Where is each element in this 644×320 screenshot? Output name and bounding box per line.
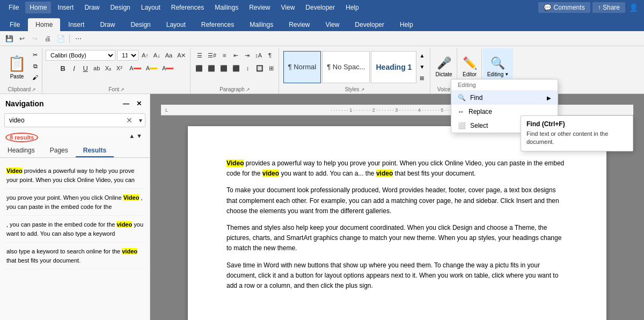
tab-file[interactable]: File bbox=[2, 18, 27, 31]
menu-developer[interactable]: Developer bbox=[301, 2, 339, 13]
style-heading1[interactable]: Heading 1 bbox=[371, 51, 416, 83]
menu-review[interactable]: Review bbox=[245, 2, 274, 13]
font-case-btn[interactable]: Aa bbox=[164, 50, 174, 61]
multilevel-btn[interactable]: ≡ bbox=[219, 50, 229, 61]
align-center-btn[interactable]: ⬛ bbox=[206, 63, 217, 74]
font-size-select[interactable]: 11 bbox=[117, 50, 138, 61]
nav-search-input[interactable] bbox=[4, 113, 145, 127]
dictate-label: Dictate bbox=[436, 71, 452, 77]
align-left-btn[interactable]: ⬛ bbox=[194, 63, 204, 74]
font-shrink-btn[interactable]: A↓ bbox=[152, 50, 162, 61]
dictate-button[interactable]: 🎤 Dictate bbox=[434, 52, 455, 82]
format-painter-button[interactable]: 🖌 bbox=[31, 72, 40, 83]
clipboard-label: Clipboard ↗ bbox=[8, 85, 36, 93]
editor-button[interactable]: ✏️ Editor bbox=[460, 52, 479, 82]
borders-btn[interactable]: ⊞ bbox=[267, 63, 276, 74]
menu-design[interactable]: Design bbox=[106, 2, 134, 13]
menu-home[interactable]: Home bbox=[25, 2, 51, 13]
nav-result-1[interactable]: Video provides a powerful way to help yo… bbox=[4, 162, 145, 189]
nav-result-2[interactable]: you prove your point. When you click Onl… bbox=[4, 189, 145, 216]
styles-expand-icon[interactable]: ↗ bbox=[361, 87, 365, 92]
font-clear-btn[interactable]: A✕ bbox=[175, 50, 187, 61]
find-menu-item[interactable]: 🔍 Find ▶ bbox=[451, 91, 558, 105]
nav-result-3[interactable]: , you can paste in the embed code for th… bbox=[4, 216, 145, 243]
user-icon[interactable]: 👤 bbox=[627, 2, 640, 13]
cut-button[interactable]: ✂ bbox=[31, 49, 40, 60]
font-expand-icon[interactable]: ↗ bbox=[120, 87, 125, 92]
tab-layout[interactable]: Layout bbox=[159, 18, 193, 31]
font-group: Calibri (Body) 11 A↑ A↓ Aa A✕ B I U ab X… bbox=[43, 48, 191, 93]
menu-insert[interactable]: Insert bbox=[53, 2, 78, 13]
show-marks-btn[interactable]: ¶ bbox=[265, 50, 275, 61]
sort-btn[interactable]: ↕A bbox=[253, 50, 264, 61]
menu-help[interactable]: Help bbox=[341, 2, 363, 13]
numbering-btn[interactable]: ☰# bbox=[206, 50, 218, 61]
styles-more-btn[interactable]: ⊞ bbox=[418, 73, 426, 84]
menu-mailings[interactable]: Mailings bbox=[210, 2, 243, 13]
font-grow-btn[interactable]: A↑ bbox=[140, 50, 150, 61]
tab-insert[interactable]: Insert bbox=[61, 18, 92, 31]
bold-button[interactable]: B bbox=[58, 63, 68, 74]
tab-developer[interactable]: Developer bbox=[347, 18, 392, 31]
menu-references[interactable]: References bbox=[167, 2, 208, 13]
paste-button[interactable]: 📋 Paste bbox=[4, 49, 30, 84]
strikethrough-button[interactable]: ab bbox=[92, 63, 101, 74]
bullets-btn[interactable]: ☰ bbox=[195, 50, 204, 61]
nav-close-btn[interactable]: ✕ bbox=[134, 98, 144, 109]
shading-btn[interactable]: 🔲 bbox=[254, 63, 265, 74]
tab-view[interactable]: View bbox=[318, 18, 347, 31]
nav-tab-pages[interactable]: Pages bbox=[42, 144, 76, 157]
document-page[interactable]: Video provides a powerful way to help yo… bbox=[188, 126, 606, 320]
font-family-select[interactable]: Calibri (Body) bbox=[46, 50, 115, 61]
nav-collapse-btn[interactable]: — bbox=[121, 98, 131, 109]
tab-home[interactable]: Home bbox=[28, 18, 60, 31]
menu-layout[interactable]: Layout bbox=[137, 2, 165, 13]
nav-search-dropdown-btn[interactable]: ▼ bbox=[138, 118, 143, 123]
share-button[interactable]: ↑ Share bbox=[592, 2, 625, 13]
tab-review[interactable]: Review bbox=[281, 18, 317, 31]
clipboard-expand-icon[interactable]: ↗ bbox=[32, 87, 36, 92]
justify-btn[interactable]: ⬛ bbox=[231, 63, 241, 74]
nav-tab-headings[interactable]: Headings bbox=[0, 144, 42, 157]
nav-tab-results[interactable]: Results bbox=[76, 144, 114, 157]
nav-search-clear-btn[interactable]: ✕ bbox=[126, 116, 133, 125]
paragraph-expand-icon[interactable]: ↗ bbox=[246, 87, 250, 92]
styles-up-btn[interactable]: ▲ bbox=[418, 50, 426, 61]
style-no-spacing[interactable]: ¶ No Spac... bbox=[322, 51, 370, 83]
tab-draw[interactable]: Draw bbox=[92, 18, 122, 31]
decrease-indent-btn[interactable]: ⇤ bbox=[231, 50, 240, 61]
qa-extra-btn[interactable]: ⋯ bbox=[72, 33, 84, 45]
italic-button[interactable]: I bbox=[69, 63, 79, 74]
copy-button[interactable]: ⧉ bbox=[31, 61, 40, 71]
line-spacing-btn[interactable]: ↕ bbox=[243, 63, 253, 74]
style-normal[interactable]: ¶ Normal bbox=[283, 51, 321, 83]
qa-redo-btn[interactable]: ↪ bbox=[29, 33, 41, 45]
increase-indent-btn[interactable]: ⇥ bbox=[242, 50, 252, 61]
menu-view[interactable]: View bbox=[277, 2, 299, 13]
qa-doc-btn[interactable]: 📄 bbox=[55, 33, 67, 45]
font-color-btn[interactable]: A bbox=[128, 63, 142, 74]
tab-help[interactable]: Help bbox=[392, 18, 421, 31]
menu-file[interactable]: File bbox=[4, 2, 23, 13]
text-color-btn[interactable]: A bbox=[160, 63, 175, 74]
tab-mailings[interactable]: Mailings bbox=[242, 18, 281, 31]
qa-undo-btn[interactable]: ↩ bbox=[16, 33, 28, 45]
subscript-button[interactable]: X₂ bbox=[103, 63, 113, 74]
styles-down-btn[interactable]: ▼ bbox=[418, 62, 426, 72]
nav-result-4[interactable]: also type a keyword to search online for… bbox=[4, 243, 145, 270]
nav-next-arrow[interactable]: ▼ bbox=[136, 133, 142, 139]
editor-icon: ✏️ bbox=[463, 56, 477, 70]
comments-button[interactable]: 💬 Comments bbox=[538, 2, 590, 13]
qa-print-btn[interactable]: 🖨 bbox=[42, 33, 54, 45]
align-right-btn[interactable]: ⬛ bbox=[218, 63, 229, 74]
editing-button[interactable]: 🔍 Editing ▼ bbox=[485, 52, 511, 82]
menu-draw[interactable]: Draw bbox=[80, 2, 104, 13]
highlight-color-btn[interactable]: A bbox=[144, 63, 159, 74]
tab-references[interactable]: References bbox=[194, 18, 241, 31]
superscript-button[interactable]: X² bbox=[114, 63, 124, 74]
underline-button[interactable]: U bbox=[80, 63, 90, 74]
tab-design[interactable]: Design bbox=[123, 18, 158, 31]
nav-prev-arrow[interactable]: ▲ bbox=[129, 133, 135, 139]
nav-arrows: ▲ ▼ bbox=[129, 133, 142, 139]
qa-save-btn[interactable]: 💾 bbox=[3, 33, 15, 45]
